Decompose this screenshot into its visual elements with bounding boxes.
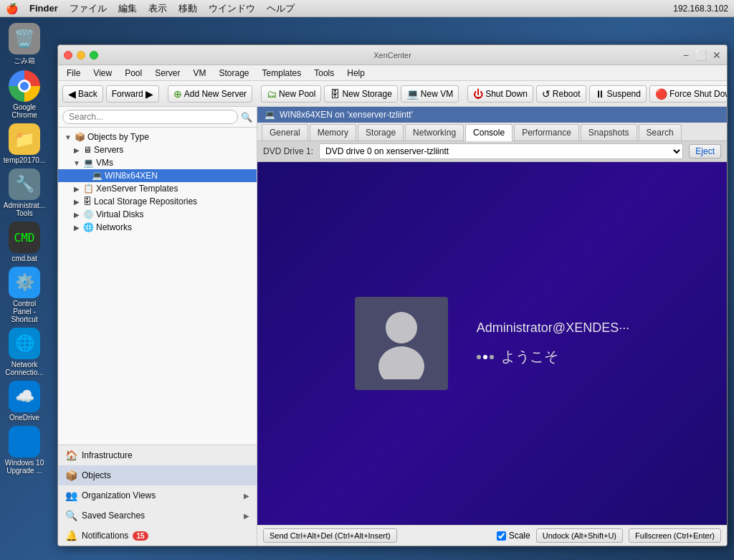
tab-search[interactable]: Search bbox=[639, 124, 682, 141]
right-panel: 💻 WIN8x64XEN on 'xenserver-tzliintt' Gen… bbox=[257, 107, 727, 546]
tab-performance[interactable]: Performance bbox=[514, 124, 579, 141]
desktop-icon-admin-tools[interactable]: 🔧 Administrat... Tools bbox=[3, 169, 46, 217]
new-vm-button[interactable]: 💻 New VM bbox=[401, 85, 459, 103]
menu-storage[interactable]: Storage bbox=[214, 67, 255, 80]
fullscreen-button[interactable]: Fullscreen (Ctrl+Enter) bbox=[629, 528, 721, 543]
notifications-icon: 🔔 bbox=[65, 530, 77, 541]
nav-org-views-label: Organization Views bbox=[82, 490, 156, 500]
menu-templates[interactable]: Templates bbox=[257, 67, 308, 80]
tree-item-storage[interactable]: ▶ 🗄 Local Storage Repositories bbox=[58, 195, 257, 208]
scale-checkbox[interactable] bbox=[497, 531, 506, 541]
new-pool-button[interactable]: 🗂 New Pool bbox=[261, 85, 321, 103]
tab-console[interactable]: Console bbox=[465, 124, 513, 141]
xencenter-window: XenCenter − ⬜ ✕ File View Pool Server VM… bbox=[57, 44, 728, 546]
forward-label: Forward bbox=[112, 89, 143, 99]
networks-icon: 🌐 bbox=[83, 222, 94, 232]
console-area[interactable]: Administrator@XENDES··· ようこそ bbox=[257, 162, 727, 525]
desktop-icon-control-panel[interactable]: ⚙️ Control Panel - Shortcut bbox=[3, 267, 46, 323]
saved-searches-icon: 🔍 bbox=[65, 510, 77, 521]
desktop-icon-onedrive-label: OneDrive bbox=[9, 414, 39, 422]
restore-icon[interactable]: ⬜ bbox=[695, 49, 707, 61]
forward-icon: ▶ bbox=[146, 88, 153, 100]
tree-expand-networks: ▶ bbox=[72, 224, 81, 232]
menu-help[interactable]: Help bbox=[341, 67, 371, 80]
welcome-text: ようこそ bbox=[501, 347, 558, 366]
force-shutdown-button[interactable]: 🔴 Force Shut Down bbox=[649, 85, 728, 103]
mac-menu-view[interactable]: 表示 bbox=[148, 2, 167, 15]
nav-org-views[interactable]: 👥 Organization Views ▶ bbox=[58, 485, 257, 506]
close-button[interactable] bbox=[64, 51, 72, 60]
vm-title-bar: 💻 WIN8x64XEN on 'xenserver-tzliintt' bbox=[257, 107, 727, 123]
login-welcome: ようこそ bbox=[477, 347, 629, 366]
undock-button[interactable]: Undock (Alt+Shift+U) bbox=[536, 528, 623, 543]
maximize-button[interactable] bbox=[90, 51, 98, 60]
nav-infrastructure[interactable]: 🏠 Infrastructure bbox=[58, 445, 257, 465]
server-icon: 🖥 bbox=[83, 145, 92, 155]
tab-networking[interactable]: Networking bbox=[405, 124, 464, 141]
reboot-icon: ↺ bbox=[542, 88, 550, 100]
tree-expand-storage: ▶ bbox=[72, 198, 81, 206]
tree-root-icon: 📦 bbox=[75, 132, 85, 142]
menu-pool[interactable]: Pool bbox=[119, 67, 148, 80]
dot-3 bbox=[490, 355, 494, 359]
menu-server[interactable]: Server bbox=[149, 67, 186, 80]
minimize-button[interactable] bbox=[77, 51, 85, 60]
svg-point-0 bbox=[386, 312, 417, 343]
shutdown-button[interactable]: ⏻ Shut Down bbox=[467, 85, 533, 103]
tree-item-vms[interactable]: ▼ 💻 VMs bbox=[58, 156, 257, 169]
send-keys-button[interactable]: Send Ctrl+Alt+Del (Ctrl+Alt+Insert) bbox=[263, 528, 397, 543]
vm-title-icon: 💻 bbox=[264, 110, 275, 120]
tree-root[interactable]: ▼ 📦 Objects by Type bbox=[58, 130, 257, 143]
apple-icon[interactable]: 🍎 bbox=[6, 3, 18, 14]
avatar-svg bbox=[369, 308, 434, 379]
eject-button[interactable]: Eject bbox=[689, 144, 721, 158]
reboot-button[interactable]: ↺ Reboot bbox=[536, 85, 586, 103]
add-server-button[interactable]: ⊕ Add New Server bbox=[168, 85, 252, 103]
desktop-icon-win10[interactable]: Windows 10 Upgrade ... bbox=[3, 426, 46, 475]
tree-item-win8[interactable]: 💻 WIN8x64XEN bbox=[58, 169, 257, 182]
back-button[interactable]: ◀ Back bbox=[62, 85, 103, 103]
minimize-icon[interactable]: − bbox=[683, 49, 689, 61]
desktop-icon-onedrive[interactable]: ☁️ OneDrive bbox=[3, 381, 46, 422]
tab-storage[interactable]: Storage bbox=[358, 124, 404, 141]
suspend-icon: ⏸ bbox=[595, 88, 605, 100]
tree-item-servers[interactable]: ▶ 🖥 Servers bbox=[58, 143, 257, 156]
tab-general[interactable]: General bbox=[262, 124, 308, 141]
mac-menu-help[interactable]: ヘルプ bbox=[267, 2, 295, 15]
forward-button[interactable]: Forward ▶ bbox=[106, 85, 159, 103]
tab-memory[interactable]: Memory bbox=[310, 124, 356, 141]
mac-menu-file[interactable]: ファイル bbox=[70, 2, 107, 15]
desktop-icon-temp[interactable]: 📁 temp20170... bbox=[3, 123, 46, 164]
app-menubar: File View Pool Server VM Storage Templat… bbox=[58, 65, 727, 81]
desktop-icon-temp-label: temp20170... bbox=[4, 156, 45, 164]
dvd-select[interactable]: DVD drive 0 on xenserver-tzliintt bbox=[319, 143, 683, 159]
tree-expand-servers: ▶ bbox=[72, 146, 81, 154]
dot-2 bbox=[483, 355, 487, 359]
nav-notifications[interactable]: 🔔 Notifications 15 bbox=[58, 526, 257, 546]
tree-item-templates[interactable]: ▶ 📋 XenServer Templates bbox=[58, 182, 257, 195]
login-screen: Administrator@XENDES··· ようこそ bbox=[257, 162, 727, 525]
search-input[interactable] bbox=[62, 110, 238, 124]
tree-expand-templates: ▶ bbox=[72, 185, 81, 193]
menu-view[interactable]: View bbox=[87, 67, 118, 80]
tab-snapshots[interactable]: Snapshots bbox=[581, 124, 637, 141]
suspend-button[interactable]: ⏸ Suspend bbox=[589, 85, 647, 103]
nav-saved-searches[interactable]: 🔍 Saved Searches ▶ bbox=[58, 506, 257, 526]
desktop-icon-cmd[interactable]: CMD cmd.bat bbox=[3, 222, 46, 262]
menu-vm[interactable]: VM bbox=[188, 67, 212, 80]
desktop-icon-network[interactable]: 🌐 Network Connectio... bbox=[3, 328, 46, 376]
mac-menu-window[interactable]: ウインドウ bbox=[209, 2, 255, 15]
new-storage-button[interactable]: 🗄 New Storage bbox=[324, 85, 397, 103]
menu-file[interactable]: File bbox=[61, 67, 86, 80]
nav-objects[interactable]: 📦 Objects bbox=[58, 465, 257, 485]
desktop-icon-chrome[interactable]: Google Chrome bbox=[3, 70, 46, 119]
vm-icon: 💻 bbox=[406, 88, 419, 100]
tree-item-networks[interactable]: ▶ 🌐 Networks bbox=[58, 221, 257, 234]
mac-menu-move[interactable]: 移動 bbox=[178, 2, 197, 15]
mac-menu-edit[interactable]: 編集 bbox=[118, 2, 137, 15]
mac-app-name[interactable]: Finder bbox=[29, 3, 58, 14]
tree-item-disks[interactable]: ▶ 💿 Virtual Disks bbox=[58, 208, 257, 221]
menu-tools[interactable]: Tools bbox=[308, 67, 340, 80]
desktop-icon-trash[interactable]: 🗑️ ごみ箱 bbox=[3, 23, 46, 66]
close-icon[interactable]: ✕ bbox=[712, 49, 721, 61]
